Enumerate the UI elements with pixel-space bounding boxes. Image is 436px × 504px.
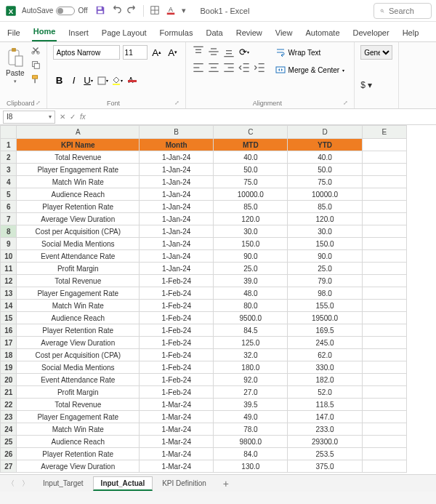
cell[interactable]: 27.0 (214, 386, 288, 399)
row-header[interactable]: 18 (1, 349, 17, 361)
ribbon-tab-formulas[interactable]: Formulas (158, 24, 195, 41)
cell[interactable]: Player Engagement Rate (17, 287, 140, 300)
formula-input[interactable] (86, 111, 436, 124)
select-all-cell[interactable] (1, 126, 17, 139)
cell[interactable]: Event Attendance Rate (17, 374, 140, 386)
cell[interactable]: 9800.0 (214, 436, 288, 448)
row-header[interactable]: 2 (1, 151, 17, 164)
decrease-font-icon[interactable]: A▾ (166, 46, 179, 59)
cell[interactable]: 150.0 (288, 238, 362, 250)
align-center-icon[interactable] (207, 61, 220, 74)
col-header-E[interactable]: E (362, 126, 406, 139)
row-header[interactable]: 13 (1, 287, 17, 300)
cell[interactable]: Average View Duration (17, 213, 140, 225)
cell[interactable]: Audience Reach (17, 312, 140, 324)
cell[interactable]: 1-Jan-24 (140, 238, 214, 250)
cell[interactable]: Social Media Mentions (17, 238, 140, 250)
paste-button[interactable]: Paste ▾ (6, 47, 25, 84)
row-header[interactable]: 16 (1, 324, 17, 337)
header-mtd[interactable]: MTD (214, 139, 288, 151)
cell[interactable]: Player Retention Rate (17, 201, 140, 213)
cell[interactable]: 1-Jan-24 (140, 176, 214, 188)
cell[interactable]: 62.0 (288, 349, 362, 361)
row-header[interactable]: 4 (1, 176, 17, 188)
decrease-indent-icon[interactable] (238, 61, 251, 74)
cell[interactable]: Cost per Acquisition (CPA) (17, 225, 140, 238)
cell[interactable]: 1-Feb-24 (140, 324, 214, 337)
cell[interactable]: Match Win Rate (17, 423, 140, 436)
align-right-icon[interactable] (222, 61, 235, 74)
cell[interactable]: 39.5 (214, 399, 288, 411)
col-header-A[interactable]: A (17, 126, 140, 139)
cell[interactable]: 147.0 (288, 411, 362, 423)
cell[interactable]: 1-Feb-24 (140, 300, 214, 312)
cell[interactable]: 50.0 (214, 164, 288, 176)
cell[interactable]: Average View Duration (17, 460, 140, 473)
row-header[interactable]: 3 (1, 164, 17, 176)
cancel-formula-icon[interactable]: ✕ (60, 113, 65, 121)
cell[interactable] (362, 312, 406, 324)
cell[interactable]: 120.0 (288, 213, 362, 225)
cell[interactable] (362, 176, 406, 188)
merge-center-button[interactable]: Merge & Center▾ (272, 63, 349, 77)
cell[interactable] (362, 213, 406, 225)
cell[interactable]: 10000.0 (288, 188, 362, 201)
cell[interactable]: 1-Feb-24 (140, 275, 214, 287)
cell[interactable]: 1-Feb-24 (140, 337, 214, 349)
cell[interactable]: Cost per Acquisition (CPA) (17, 349, 140, 361)
cell[interactable]: 1-Mar-24 (140, 399, 214, 411)
cell[interactable]: 1-Feb-24 (140, 349, 214, 361)
cell[interactable]: 92.0 (214, 374, 288, 386)
cell[interactable]: 169.5 (288, 324, 362, 337)
cell[interactable] (362, 225, 406, 238)
cell[interactable]: 1-Mar-24 (140, 448, 214, 460)
row-header[interactable]: 9 (1, 238, 17, 250)
cell[interactable] (362, 349, 406, 361)
ribbon-tab-insert[interactable]: Insert (67, 24, 90, 41)
cell[interactable] (362, 436, 406, 448)
sheet-tab-kpi-definition[interactable]: KPI Definition (154, 476, 214, 491)
alignment-dialog-icon[interactable]: ⤢ (343, 100, 348, 106)
cell[interactable]: 1-Feb-24 (140, 386, 214, 399)
borders-button[interactable]: ▾ (97, 74, 110, 87)
cell[interactable]: 30.0 (214, 225, 288, 238)
search-box[interactable] (374, 3, 432, 19)
cell[interactable]: 29300.0 (288, 436, 362, 448)
cell[interactable]: Total Revenue (17, 151, 140, 164)
cell[interactable]: 155.0 (288, 300, 362, 312)
cell[interactable] (362, 423, 406, 436)
cell[interactable]: 182.0 (288, 374, 362, 386)
align-top-icon[interactable] (192, 45, 205, 58)
header-ytd[interactable]: YTD (288, 139, 362, 151)
cell[interactable] (362, 201, 406, 213)
cell[interactable]: 85.0 (214, 201, 288, 213)
row-header[interactable]: 5 (1, 188, 17, 201)
cell[interactable]: 1-Feb-24 (140, 361, 214, 374)
cell[interactable]: 80.0 (214, 300, 288, 312)
cell[interactable]: 84.5 (214, 324, 288, 337)
cell[interactable]: 1-Jan-24 (140, 213, 214, 225)
cell[interactable]: 1-Jan-24 (140, 250, 214, 263)
format-painter-icon[interactable] (31, 74, 41, 86)
row-header[interactable]: 20 (1, 374, 17, 386)
cell[interactable]: 150.0 (214, 238, 288, 250)
cell[interactable]: Total Revenue (17, 275, 140, 287)
tab-scroll-left-icon[interactable]: 〈 (6, 479, 16, 489)
cell[interactable] (362, 275, 406, 287)
clipboard-dialog-icon[interactable]: ⤢ (36, 100, 41, 106)
header-month[interactable]: Month (140, 139, 214, 151)
cell[interactable] (362, 151, 406, 164)
cell[interactable]: 10000.0 (214, 188, 288, 201)
qat-more-icon[interactable]: ▾ (182, 6, 186, 15)
cell[interactable] (362, 399, 406, 411)
sheet-tab-input-target[interactable]: Input_Target (35, 476, 92, 491)
cell[interactable]: Audience Reach (17, 188, 140, 201)
cell[interactable]: 118.5 (288, 399, 362, 411)
cell[interactable]: 125.0 (214, 337, 288, 349)
cell[interactable]: 79.0 (288, 275, 362, 287)
row-header[interactable]: 21 (1, 386, 17, 399)
row-header[interactable]: 22 (1, 399, 17, 411)
cell[interactable]: 330.0 (288, 361, 362, 374)
autosave-toggle[interactable] (56, 7, 75, 15)
copy-icon[interactable] (31, 60, 41, 71)
